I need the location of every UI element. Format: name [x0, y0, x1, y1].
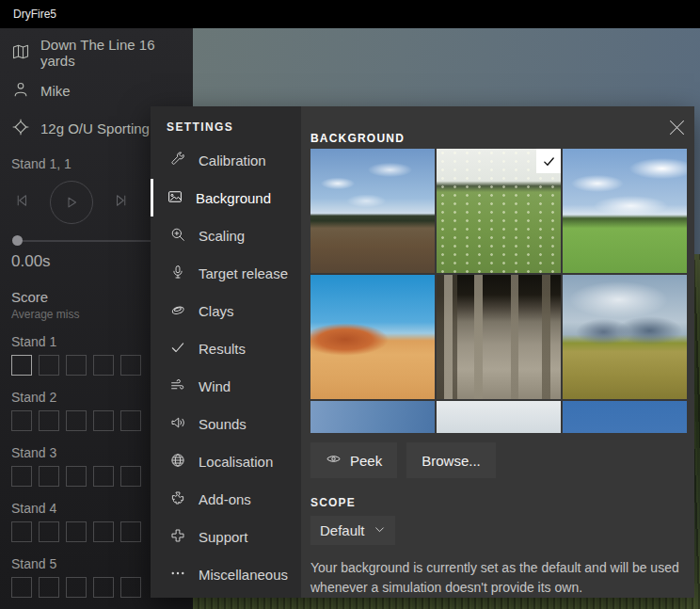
settings-item-scaling[interactable]: Scaling [151, 216, 301, 254]
map-icon [11, 42, 30, 64]
background-panel-header: BACKGROUND [310, 133, 694, 144]
stand-5-box-3[interactable] [66, 577, 87, 598]
settings-item-label: Support [199, 529, 248, 545]
slider-thumb[interactable] [12, 235, 23, 246]
stand-4-box-3[interactable] [66, 521, 87, 542]
background-thumbnail-5[interactable] [437, 275, 561, 399]
wrench-icon [169, 151, 186, 170]
sidebar-item-simulation[interactable]: Down The Line 16 yards [0, 34, 193, 72]
settings-item-results[interactable]: Results [151, 329, 301, 367]
timeline-slider[interactable] [13, 235, 151, 246]
puzzle-icon [169, 489, 186, 509]
stand-5-box-2[interactable] [39, 577, 59, 598]
stand-1-box-4[interactable] [93, 355, 114, 376]
app-title: DryFire5 [13, 0, 56, 28]
browse-button[interactable]: Browse... [406, 442, 496, 478]
settings-item-label: Background [196, 190, 271, 206]
stand-4-box-5[interactable] [120, 521, 141, 542]
check-icon [169, 339, 186, 359]
stand-1-box-3[interactable] [66, 355, 87, 376]
scope-dropdown[interactable]: Default [310, 516, 395, 545]
stand-3-box-3[interactable] [66, 466, 87, 487]
settings-dialog: SETTINGS Calibration Background Scaling … [151, 106, 694, 598]
plus-icon [169, 527, 186, 547]
background-thumbnail-4[interactable] [310, 275, 435, 399]
scope-header: SCOPE [310, 497, 694, 508]
stand-2-box-5[interactable] [120, 410, 141, 431]
skip-forward-button[interactable] [113, 192, 130, 213]
transport-controls [0, 181, 141, 224]
sidebar-item-shooter[interactable]: Mike [0, 72, 193, 109]
background-thumbnail-8[interactable] [437, 401, 561, 433]
background-thumbnail-7[interactable] [310, 401, 435, 433]
settings-item-miscellaneous[interactable]: Miscellaneous [151, 555, 301, 593]
background-thumbnail-3[interactable] [563, 149, 687, 273]
settings-item-localisation[interactable]: Localisation [151, 442, 301, 480]
stand-1-box-5[interactable] [120, 355, 141, 376]
settings-item-background[interactable]: Background [151, 179, 301, 216]
background-thumbnail-9[interactable] [563, 401, 687, 433]
stand-3-box-4[interactable] [93, 466, 114, 487]
peek-button[interactable]: Peek [310, 442, 397, 478]
stand-4-box-4[interactable] [93, 521, 114, 542]
stand-2-box-3[interactable] [66, 410, 87, 431]
scope-selected-value: Default [320, 522, 365, 538]
chevron-down-icon [374, 522, 386, 538]
stand-3-box-5[interactable] [120, 466, 141, 487]
speaker-icon [169, 414, 186, 434]
stand-3-box-2[interactable] [39, 466, 59, 487]
settings-item-label: Clays [199, 303, 234, 319]
sidebar-item-label: 12g O/U Sporting [40, 120, 150, 136]
settings-item-label: Scaling [199, 228, 245, 244]
stand-2-box-1[interactable] [11, 410, 32, 431]
close-button[interactable] [664, 115, 689, 139]
stand-4-box-2[interactable] [39, 521, 59, 542]
settings-item-label: Wind [199, 378, 231, 394]
settings-item-label: Sounds [199, 416, 247, 432]
background-actions: Peek Browse... [310, 442, 694, 478]
settings-item-label: Target release [199, 265, 288, 281]
sight-icon [11, 118, 30, 139]
scope-description: Your background is currently set as the … [310, 558, 685, 598]
stand-4-box-1[interactable] [11, 521, 32, 542]
settings-item-wind[interactable]: Wind [151, 367, 301, 405]
skip-back-button[interactable] [13, 192, 30, 213]
slider-track [13, 240, 151, 242]
background-thumbnail-6[interactable] [563, 275, 687, 399]
settings-item-label: Results [199, 341, 246, 357]
stand-3-box-1[interactable] [11, 466, 32, 487]
settings-item-add-ons[interactable]: Add-ons [151, 480, 301, 518]
titlebar: DryFire5 [0, 0, 700, 28]
settings-item-label: Miscellaneous [199, 567, 288, 583]
settings-item-label: Localisation [199, 454, 273, 470]
browse-button-label: Browse... [422, 453, 481, 469]
wind-icon [169, 377, 186, 396]
stand-5-box-4[interactable] [93, 577, 114, 598]
stand-2-box-4[interactable] [93, 410, 114, 431]
background-thumbnail-1[interactable] [310, 149, 435, 273]
selected-check-icon [536, 149, 561, 173]
ellipsis-icon [169, 565, 186, 585]
background-thumbnail-2-selected[interactable] [437, 149, 561, 273]
background-panel: BACKGROUND Peek Br [301, 106, 694, 598]
stand-5-box-5[interactable] [120, 577, 141, 598]
microphone-icon [169, 264, 186, 283]
person-icon [11, 80, 30, 102]
settings-menu: SETTINGS Calibration Background Scaling … [151, 106, 301, 598]
settings-item-label: Add-ons [199, 491, 251, 507]
eye-icon [326, 451, 342, 470]
stand-1-box-2[interactable] [39, 355, 59, 376]
peek-button-label: Peek [350, 453, 382, 469]
settings-item-clays[interactable]: Clays [151, 292, 301, 329]
settings-item-target-release[interactable]: Target release [151, 254, 301, 292]
globe-icon [169, 452, 186, 472]
settings-item-support[interactable]: Support [151, 518, 301, 555]
stand-5-box-1[interactable] [11, 577, 32, 598]
stand-1-box-1[interactable] [11, 355, 32, 376]
stand-2-box-2[interactable] [39, 410, 59, 431]
sidebar-item-label: Mike [40, 83, 71, 99]
settings-item-label: Calibration [199, 152, 266, 168]
play-button[interactable] [50, 181, 93, 224]
settings-item-sounds[interactable]: Sounds [151, 405, 301, 442]
settings-item-calibration[interactable]: Calibration [151, 141, 301, 179]
